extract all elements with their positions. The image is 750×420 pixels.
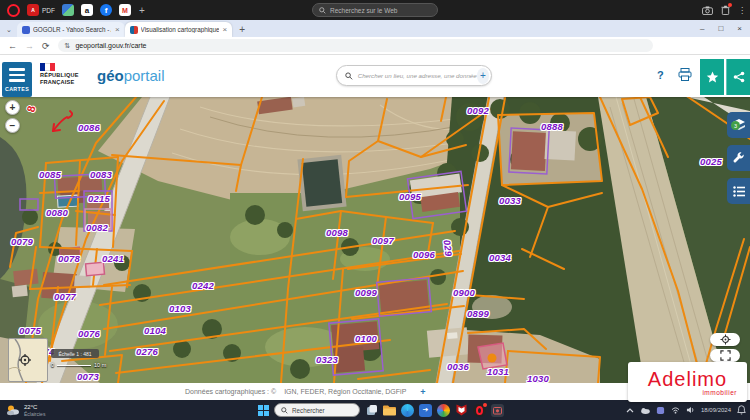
site-info-icon[interactable]: ⇅ xyxy=(65,42,71,50)
cartes-menu-button[interactable]: CARTES xyxy=(2,62,32,97)
pdf-icon[interactable]: A xyxy=(27,4,39,16)
watermark-subtitle: immobilier xyxy=(628,389,737,396)
geolocate-button[interactable] xyxy=(710,333,740,346)
opera-taskbar-icon[interactable] xyxy=(473,404,486,417)
tab-favicon xyxy=(22,26,30,34)
topbar-menu-icon[interactable]: ⋮ xyxy=(738,6,746,15)
new-tab-button[interactable]: + xyxy=(239,24,245,35)
parcel-label-0899: 0899 xyxy=(467,308,489,319)
parcel-label-1030: 1030 xyxy=(527,373,549,384)
taskbar-center: Rechercher ➔ xyxy=(258,400,504,420)
snapshot-icon[interactable] xyxy=(702,6,713,15)
topbar-add-button[interactable]: + xyxy=(139,5,145,16)
tools-button[interactable] xyxy=(727,145,750,171)
parcel-label-0098: 0098 xyxy=(326,227,348,238)
opera-icon[interactable] xyxy=(7,4,20,17)
pdf-label: PDF xyxy=(42,7,55,14)
watermark-name: Adelimo xyxy=(628,369,747,389)
url-input[interactable]: ⇅ geoportail.gouv.fr/carte xyxy=(58,39,653,52)
amazon-icon[interactable]: a xyxy=(81,4,93,16)
attribution-text: Données cartographiques : © xyxy=(185,388,276,395)
tab-favicon xyxy=(130,26,138,34)
notification-bell-icon[interactable] xyxy=(737,405,746,415)
close-button[interactable]: × xyxy=(737,24,742,33)
tab-close-icon[interactable]: × xyxy=(115,25,120,34)
map-search-input[interactable]: Chercher un lieu, une adresse, une donné… xyxy=(336,65,492,86)
parcel-label-0097: 0097 xyxy=(372,235,394,246)
parcel-label-0034: 0034 xyxy=(489,252,511,263)
teams-icon[interactable] xyxy=(656,406,665,415)
zoom-out-button[interactable]: − xyxy=(5,118,20,133)
tab-yahoo-search[interactable]: GOGOLR - Yahoo Search - Act × xyxy=(17,22,125,37)
fullscreen-button[interactable] xyxy=(710,349,740,362)
pool-pond xyxy=(297,155,346,211)
facebook-icon[interactable]: f xyxy=(100,4,112,16)
tray-date[interactable]: 18/09/2024 xyxy=(701,407,731,414)
map-search-placeholder: Chercher un lieu, une adresse, une donné… xyxy=(358,72,477,79)
help-button[interactable]: ? xyxy=(657,69,664,81)
screen: A PDF a f M + Recherchez sur le Web ⋮ ⌄ … xyxy=(0,0,750,420)
app-colorful-icon[interactable] xyxy=(437,404,450,417)
share-button[interactable] xyxy=(726,59,750,95)
parcel-label-0033: 0033 xyxy=(499,195,521,206)
parcel-label-0083: 0083 xyxy=(90,169,112,180)
forward-icon[interactable]: → xyxy=(25,41,34,51)
tab-geoportail-active[interactable]: Visualisation cartographique × xyxy=(125,22,233,37)
gmail-icon[interactable]: M xyxy=(119,4,131,16)
windows-start-icon[interactable] xyxy=(258,405,269,416)
poi-marker-dot xyxy=(488,354,497,363)
snipping-tool-icon[interactable] xyxy=(491,404,504,417)
scale-indicator: Échelle 1 : 481 xyxy=(51,349,99,358)
file-explorer-icon[interactable] xyxy=(383,404,396,417)
onedrive-cloud-icon[interactable] xyxy=(640,407,650,414)
taskbar-search-input[interactable]: Rechercher xyxy=(274,403,360,417)
parcel-label-0086: 0086 xyxy=(78,122,100,133)
app-blue-icon[interactable]: ➔ xyxy=(419,404,432,417)
print-icon[interactable] xyxy=(678,68,692,81)
badge-dot xyxy=(483,403,487,407)
photos-icon[interactable] xyxy=(62,4,74,16)
downloads-tray[interactable] xyxy=(721,5,730,15)
back-icon[interactable]: ← xyxy=(8,41,17,51)
parcel-label-0073: 0073 xyxy=(77,371,99,382)
minimize-button[interactable]: – xyxy=(700,24,704,33)
parcel-label-0076: 0076 xyxy=(78,328,100,339)
parcel-label-0900: 0900 xyxy=(453,287,475,298)
web-search-input[interactable]: Recherchez sur le Web xyxy=(312,3,438,17)
parcel-label-0100: 0100 xyxy=(355,333,377,344)
adelimo-watermark: Adelimo immobilier xyxy=(628,362,747,402)
edge-icon[interactable] xyxy=(401,404,414,417)
star-icon xyxy=(706,71,719,84)
zoom-in-button[interactable]: + xyxy=(5,100,20,115)
parcel-label-0085: 0085 xyxy=(39,169,61,180)
url-text: geoportail.gouv.fr/carte xyxy=(75,42,146,49)
list-icon xyxy=(733,186,745,197)
tray-chevron-icon[interactable] xyxy=(626,408,634,413)
windows-taskbar: 22°C Éclaircies Rechercher ➔ xyxy=(0,400,750,420)
weather-widget[interactable]: 22°C Éclaircies xyxy=(6,404,45,417)
republique-francaise-logo: RÉPUBLIQUE FRANÇAISE xyxy=(40,63,79,85)
weather-desc: Éclaircies xyxy=(24,411,45,417)
task-view-icon[interactable] xyxy=(365,404,378,417)
wrench-icon xyxy=(733,152,745,164)
maximize-button[interactable]: □ xyxy=(718,24,723,33)
cartes-label: CARTES xyxy=(5,86,29,92)
overview-minimap[interactable] xyxy=(8,338,48,382)
reload-icon[interactable]: ⟳ xyxy=(42,41,50,51)
web-search-placeholder: Recherchez sur le Web xyxy=(330,7,397,14)
weather-sun-cloud-icon xyxy=(6,404,20,416)
add-data-button[interactable]: + xyxy=(477,68,489,84)
legend-button[interactable] xyxy=(727,178,750,204)
favorites-button[interactable] xyxy=(700,59,724,95)
mcafee-shield-icon[interactable] xyxy=(455,404,468,417)
search-icon xyxy=(319,7,326,14)
wifi-icon[interactable] xyxy=(671,407,680,414)
map-viewport[interactable]: 0086008500830215008000820079007802410242… xyxy=(0,97,750,383)
tab-close-icon[interactable]: × xyxy=(223,25,228,34)
parcel-label-0104: 0104 xyxy=(144,325,166,336)
window-controls: – □ × xyxy=(700,20,748,37)
tab-title: Visualisation cartographique xyxy=(141,26,219,33)
volume-icon[interactable] xyxy=(686,406,695,414)
attribution-expand-button[interactable]: + xyxy=(420,387,425,397)
tab-list-chevron-icon[interactable]: ⌄ xyxy=(6,26,12,34)
